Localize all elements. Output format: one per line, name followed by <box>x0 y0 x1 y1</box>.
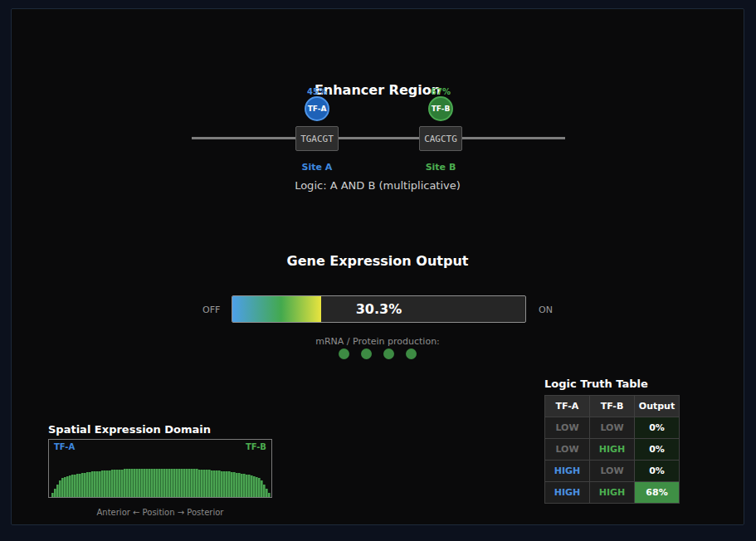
truth-cell-output: 0% <box>635 461 680 482</box>
binding-site-a-box[interactable]: TGACGT <box>295 126 339 151</box>
gene-expression-output-title: Gene Expression Output <box>12 253 744 269</box>
tf-b-concentration-label: 67% <box>416 87 466 96</box>
spatial-expression-chart: TF-A TF-B <box>48 439 272 498</box>
truth-cell-tfa: HIGH <box>545 461 590 482</box>
site-b-label: Site B <box>416 162 466 173</box>
truth-table-row: HIGHLOW0% <box>545 461 680 482</box>
expression-bar <box>268 493 271 497</box>
truth-table-title: Logic Truth Table <box>544 378 648 390</box>
production-dot <box>383 348 394 359</box>
tf-b-molecule[interactable]: TF-B <box>428 96 453 121</box>
on-label: ON <box>539 305 553 315</box>
production-dot <box>339 348 349 359</box>
truth-cell-tfa: LOW <box>545 417 590 439</box>
main-panel: Enhancer Region 45% 67% TF-A TF-B TGACGT… <box>11 8 744 525</box>
production-dot <box>406 348 417 359</box>
truth-cell-tfb: LOW <box>590 461 635 482</box>
truth-table-header-output: Output <box>635 396 680 417</box>
truth-cell-tfb: HIGH <box>590 439 635 461</box>
production-label: mRNA / Protein production: <box>12 336 744 347</box>
enhancer-region-title: Enhancer Region <box>12 82 744 98</box>
truth-cell-tfb: HIGH <box>590 482 635 504</box>
off-label: OFF <box>202 305 220 315</box>
truth-table-row: LOWHIGH0% <box>545 439 680 461</box>
dna-strand-line <box>192 137 565 139</box>
site-a-label: Site A <box>292 162 342 173</box>
truth-table-header-tfa: TF-A <box>545 396 590 417</box>
logic-description: Logic: A AND B (multiplicative) <box>12 179 744 192</box>
truth-cell-output: 0% <box>635 439 680 461</box>
spatial-axis-label: Anterior ← Position → Posterior <box>48 508 272 517</box>
truth-cell-output: 68% <box>635 482 680 504</box>
protein-production-dots <box>12 348 744 359</box>
binding-site-a-sequence: TGACGT <box>300 134 334 144</box>
truth-cell-tfa: HIGH <box>545 482 590 504</box>
production-dot <box>361 348 372 359</box>
app-stage: Enhancer Region 45% 67% TF-A TF-B TGACGT… <box>0 0 756 541</box>
logic-truth-table: TF-A TF-B Output LOWLOW0%LOWHIGH0%HIGHLO… <box>544 395 680 504</box>
truth-cell-output: 0% <box>635 417 680 439</box>
expression-dome-bars <box>49 440 271 497</box>
expression-value: 30.3% <box>232 295 526 323</box>
truth-cell-tfb: LOW <box>590 417 635 439</box>
tf-a-molecule-label: TF-A <box>308 105 327 113</box>
tf-b-molecule-label: TF-B <box>432 105 451 113</box>
truth-table-row: LOWLOW0% <box>545 417 680 439</box>
binding-site-b-box[interactable]: CAGCTG <box>419 126 462 151</box>
binding-site-b-sequence: CAGCTG <box>424 134 457 144</box>
truth-cell-tfa: LOW <box>545 439 590 461</box>
spatial-domain-title: Spatial Expression Domain <box>48 423 211 436</box>
truth-table-header-tfb: TF-B <box>590 396 635 417</box>
truth-table-row: HIGHHIGH68% <box>545 482 680 504</box>
tf-a-molecule[interactable]: TF-A <box>305 96 329 121</box>
truth-table-header-row: TF-A TF-B Output <box>545 396 680 417</box>
tf-a-concentration-label: 45% <box>292 87 342 96</box>
